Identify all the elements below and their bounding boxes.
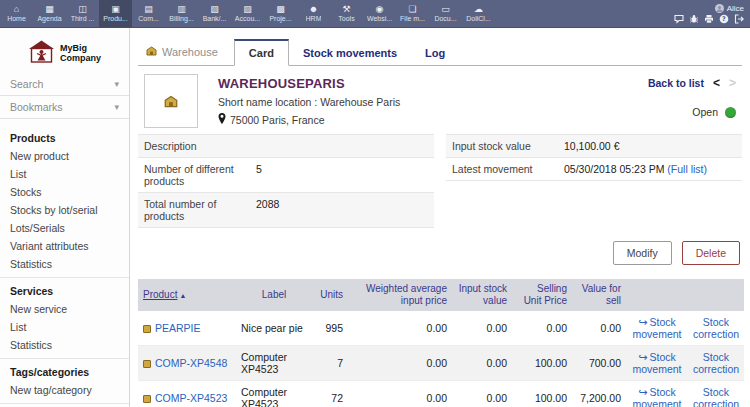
sidebar-item-new-tag[interactable]: New tag/category	[0, 381, 129, 399]
menu-item-dolicloud[interactable]: ☁ DoliCl...	[462, 0, 495, 27]
column-header-product[interactable]: Product▲	[138, 279, 236, 311]
search-dropdown[interactable]: Search ▾	[0, 73, 129, 96]
back-to-list-link[interactable]: Back to list	[648, 77, 704, 89]
menu-item-bank[interactable]: ▧ Bank/...	[198, 0, 231, 27]
help-icon[interactable]: ?	[719, 14, 729, 24]
chat-icon[interactable]	[674, 14, 684, 24]
sidebar-item-lots-serials[interactable]: Lots/Serials	[0, 219, 129, 237]
menu-label: Agenda	[37, 14, 61, 23]
logout-icon[interactable]	[734, 14, 744, 24]
column-header-wavg-price[interactable]: Weighted average input price	[348, 279, 452, 311]
menu-item-hrm[interactable]: ☻ HRM	[297, 0, 330, 27]
column-header-units[interactable]: Units	[312, 279, 348, 311]
menu-label: Third ...	[71, 14, 95, 23]
main-menu: ⌂ Home ▦ Agenda ◫ Third ... ▣ Produ... ▤…	[0, 0, 495, 27]
topbar-right: Alice ?	[674, 0, 750, 27]
top-menu-bar: ⌂ Home ▦ Agenda ◫ Third ... ▣ Produ... ▤…	[0, 0, 750, 28]
sidebar-item-product-list[interactable]: List	[0, 165, 129, 183]
calendar-icon: ▦	[45, 4, 54, 14]
stock-correction-link[interactable]: Stock correction	[693, 351, 739, 375]
company-logo-icon	[28, 40, 55, 65]
menu-item-accounting[interactable]: ▨ Accou...	[231, 0, 264, 27]
column-header-selling-unit-price[interactable]: Selling Unit Price	[512, 279, 572, 311]
sidebar-section-products: Products New product List Stocks Stocks …	[0, 125, 129, 273]
print-icon[interactable]	[704, 14, 714, 24]
product-link[interactable]: COMP-XP4523	[155, 392, 227, 404]
object-banner: WAREHOUSEPARIS Short name location : War…	[138, 66, 742, 132]
company-logo: MyBig Company	[0, 34, 129, 73]
menu-item-tools[interactable]: ⚒ Tools	[330, 0, 363, 27]
column-header-label[interactable]: Label	[236, 279, 312, 311]
menu-label: DoliCl...	[466, 14, 491, 23]
product-link[interactable]: PEARPIE	[155, 322, 201, 334]
column-header-actions-1	[626, 279, 688, 311]
menu-item-third-parties[interactable]: ◫ Third ...	[66, 0, 99, 27]
menu-label: Proje...	[269, 14, 291, 23]
documents-icon: ▭	[441, 4, 450, 14]
product-link[interactable]: COMP-XP4548	[155, 357, 227, 369]
table-row: PEARPIE Nice pear pie 995 0.00 0.00 0.00…	[138, 311, 744, 346]
chevron-down-icon: ▾	[114, 79, 119, 89]
column-header-value-for-sell[interactable]: Value for sell	[572, 279, 626, 311]
menu-item-billing[interactable]: ▥ Billing...	[165, 0, 198, 27]
menu-label: Billing...	[169, 14, 194, 23]
products-table: Product▲ Label Units Weighted average in…	[138, 279, 744, 407]
menu-item-home[interactable]: ⌂ Home	[0, 0, 33, 27]
sidebar-item-service-statistics[interactable]: Statistics	[0, 336, 129, 354]
company-name: MyBig Company	[60, 43, 101, 63]
sidebar-item-new-product[interactable]: New product	[0, 147, 129, 165]
stock-correction-link[interactable]: Stock correction	[693, 386, 739, 407]
sidebar-item-stocks-by-lot[interactable]: Stocks by lot/serial	[0, 201, 129, 219]
tab-stock-movements[interactable]: Stock movements	[289, 41, 411, 65]
column-header-input-stock-value[interactable]: Input stock value	[452, 279, 512, 311]
sidebar-item-service-list[interactable]: List	[0, 318, 129, 336]
input-stock-value: 0.00	[452, 381, 512, 407]
warehouse-icon	[146, 46, 157, 58]
search-label: Search	[10, 78, 43, 90]
next-record-icon: >	[729, 76, 736, 90]
menu-label: Websi...	[367, 14, 392, 23]
menu-label: File m...	[400, 14, 425, 23]
detail-tables: Description Number of different products…	[138, 134, 742, 228]
detail-row-nb-products: Number of different products 5	[138, 158, 434, 193]
third-parties-icon: ◫	[78, 4, 87, 14]
wavg-value: 0.00	[348, 381, 452, 407]
warehouse-photo-box	[144, 74, 198, 128]
sidebar-item-stocks[interactable]: Stocks	[0, 183, 129, 201]
wavg-value: 0.00	[348, 311, 452, 346]
menu-item-commerce[interactable]: ▤ Com...	[132, 0, 165, 27]
menu-label: Bank/...	[203, 14, 227, 23]
movement-arrow-icon: ↪	[638, 351, 647, 363]
dolibarr-warehouse-page: ⌂ Home ▦ Agenda ◫ Third ... ▣ Produ... ▤…	[0, 0, 750, 407]
sidebar-item-product-statistics[interactable]: Statistics	[0, 255, 129, 273]
left-sidebar: MyBig Company Search ▾ Bookmarks ▾ Produ…	[0, 28, 130, 407]
product-label: Computer XP4523	[236, 381, 312, 407]
tab-card[interactable]: Card	[234, 39, 289, 66]
input-stock-value: 0.00	[452, 311, 512, 346]
menu-item-website[interactable]: ◉ Websi...	[363, 0, 396, 27]
menu-item-file-manager[interactable]: ❏ File m...	[396, 0, 429, 27]
delete-button[interactable]: Delete	[682, 241, 740, 265]
projects-icon: ▩	[276, 4, 285, 14]
menu-item-products[interactable]: ▣ Produ...	[99, 0, 132, 27]
menu-item-projects[interactable]: ▩ Proje...	[264, 0, 297, 27]
sidebar-item-new-service[interactable]: New service	[0, 300, 129, 318]
previous-record-icon[interactable]: <	[713, 76, 720, 90]
full-list-link[interactable]: (Full list)	[667, 163, 707, 175]
bookmarks-dropdown[interactable]: Bookmarks ▾	[0, 96, 129, 119]
bug-icon[interactable]	[689, 14, 699, 24]
tab-log[interactable]: Log	[411, 41, 459, 65]
sidebar-item-variant-attributes[interactable]: Variant attributes	[0, 237, 129, 255]
table-header-row: Product▲ Label Units Weighted average in…	[138, 279, 744, 311]
menu-item-agenda[interactable]: ▦ Agenda	[33, 0, 66, 27]
product-icon	[143, 360, 151, 368]
menu-label: HRM	[306, 14, 322, 23]
section-title-services: Services	[0, 278, 129, 300]
table-row: COMP-XP4523 Computer XP4523 72 0.00 0.00…	[138, 381, 744, 407]
user-menu[interactable]: Alice	[715, 4, 744, 13]
detail-table-right: Input stock value 10,100.00 € Latest mov…	[446, 134, 742, 181]
modify-button[interactable]: Modify	[613, 241, 672, 265]
stock-correction-link[interactable]: Stock correction	[693, 316, 739, 340]
selling-price-value: 0.00	[512, 311, 572, 346]
menu-item-documents[interactable]: ▭ Docu...	[429, 0, 462, 27]
